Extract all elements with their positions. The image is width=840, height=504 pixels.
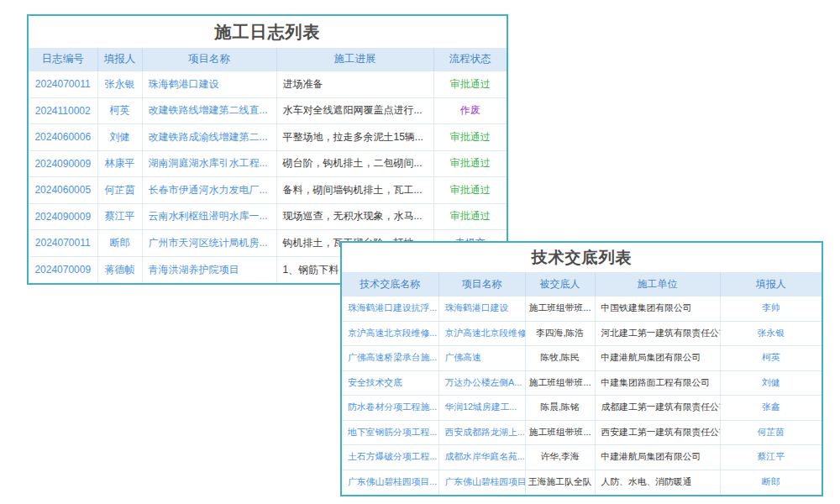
tech-disclosure-panel: 技术交底列表 技术交底名称 项目名称 被交底人 施工单位 填报人 珠海鹤港口建设…	[340, 241, 823, 496]
column-header-construction-unit: 施工单位	[595, 272, 720, 297]
project-name-link[interactable]: 改建铁路线增建第二线直...	[142, 97, 276, 124]
table-header-row: 日志编号 填报人 项目名称 施工进展 流程状态	[29, 48, 507, 71]
project-name-link[interactable]: 广佛高速	[438, 346, 525, 371]
table-row: 珠海鹤港口建设抗浮...珠海鹤港口建设施工班组带班...中国铁建集团有限公司李帅	[342, 297, 822, 322]
disclosure-name-link[interactable]: 珠海鹤港口建设抗浮...	[342, 297, 438, 322]
reporter-link[interactable]: 刘健	[97, 124, 142, 151]
reporter-link[interactable]: 李帅	[720, 297, 822, 322]
progress-text: 平整场地，拉走多余泥土15辆...	[276, 124, 433, 151]
progress-text: 进场准备	[276, 71, 433, 98]
panel-title: 技术交底列表	[342, 243, 822, 272]
reporter-link[interactable]: 柯英	[97, 97, 142, 124]
table-row: 2024060005何芷茵长春市伊通河水力发电厂...备料，砌间墙钩机排土，瓦工…	[29, 177, 507, 204]
disclosure-name-link[interactable]: 广东佛山碧桂园项目...	[342, 470, 438, 495]
table-row: 土石方爆破分项工程...成都水岸华庭名苑...许华,李海中建港航局集团有限公司蔡…	[342, 445, 822, 470]
log-id-link[interactable]: 2024060005	[29, 177, 97, 204]
project-name-link[interactable]: 青海洪湖养护院项目	[142, 256, 276, 283]
briefed-person-text: 施工班组带班...	[525, 370, 595, 396]
table-header-row: 技术交底名称 项目名称 被交底人 施工单位 填报人	[342, 272, 822, 297]
project-name-link[interactable]: 广州市天河区统计局机房...	[142, 230, 276, 257]
disclosure-name-link[interactable]: 安全技术交底	[342, 370, 438, 396]
project-name-link[interactable]: 珠海鹤港口建设	[142, 71, 276, 98]
reporter-link[interactable]: 张永银	[720, 321, 822, 346]
table-row: 京沪高速北京段维修...京沪高速北京段维修李四海,陈浩河北建工第一建筑有限责任公…	[342, 321, 822, 346]
project-name-link[interactable]: 湖南洞庭湖水库引水工程...	[142, 150, 276, 177]
column-header-briefed-person: 被交底人	[525, 272, 595, 297]
log-id-link[interactable]: 2024070009	[29, 256, 97, 283]
column-header-reporter: 填报人	[97, 48, 142, 71]
status-badge: 审批通过	[433, 203, 507, 230]
panel-title: 施工日志列表	[29, 16, 507, 48]
log-id-link[interactable]: 2024060006	[29, 124, 97, 151]
project-name-link[interactable]: 改建铁路成渝线增建第二...	[142, 124, 276, 151]
table-row: 2024110002柯英改建铁路线增建第二线直...水车对全线遮阳网覆盖点进行.…	[29, 97, 507, 124]
status-badge: 作废	[433, 97, 507, 124]
project-name-link[interactable]: 长春市伊通河水力发电厂...	[142, 177, 276, 204]
briefed-person-text: 陈牧,陈民	[525, 346, 595, 371]
status-badge: 审批通过	[433, 124, 507, 151]
log-id-link[interactable]: 2024090009	[29, 203, 97, 230]
reporter-link[interactable]: 柯英	[720, 346, 822, 371]
project-name-link[interactable]: 华润12城房建工...	[438, 396, 525, 421]
column-header-project-name: 项目名称	[438, 272, 525, 297]
column-header-status: 流程状态	[433, 48, 507, 71]
reporter-link[interactable]: 何芷茵	[97, 177, 142, 204]
reporter-link[interactable]: 林康平	[97, 150, 142, 177]
table-row: 地下室钢筋分项工程...西安成都路龙湖上...施工班组带班...西安建工第一建筑…	[342, 420, 822, 445]
briefed-person-text: 施工班组带班...	[525, 420, 595, 445]
column-header-progress: 施工进展	[276, 48, 433, 71]
project-name-link[interactable]: 京沪高速北京段维修	[438, 321, 525, 346]
project-name-link[interactable]: 广东佛山碧桂园项目	[438, 470, 525, 495]
log-id-link[interactable]: 2024070011	[29, 230, 97, 257]
reporter-link[interactable]: 断郎	[97, 230, 142, 257]
project-name-link[interactable]: 万达办公楼左侧A...	[438, 370, 525, 396]
construction-unit-text: 中建港航局集团有限公司	[595, 346, 720, 371]
briefed-person-text: 李四海,陈浩	[525, 321, 595, 346]
construction-unit-text: 河北建工第一建筑有限责任公司	[595, 321, 720, 346]
project-name-link[interactable]: 西安成都路龙湖上...	[438, 420, 525, 445]
table-row: 广佛高速桥梁承台施...广佛高速陈牧,陈民中建港航局集团有限公司柯英	[342, 346, 822, 371]
construction-unit-text: 西安建工第一建筑有限责任公司	[595, 420, 720, 445]
disclosure-name-link[interactable]: 防水卷材分项工程施...	[342, 396, 438, 421]
disclosure-name-link[interactable]: 广佛高速桥梁承台施...	[342, 346, 438, 371]
table-row: 2024060006刘健改建铁路成渝线增建第二...平整场地，拉走多余泥土15辆…	[29, 124, 507, 151]
briefed-person-text: 施工班组带班...	[525, 297, 595, 322]
project-name-link[interactable]: 珠海鹤港口建设	[438, 297, 525, 322]
disclosure-name-link[interactable]: 京沪高速北京段维修...	[342, 321, 438, 346]
column-header-disclosure-name: 技术交底名称	[342, 272, 438, 297]
disclosure-name-link[interactable]: 土石方爆破分项工程...	[342, 445, 438, 470]
project-name-link[interactable]: 云南水利枢纽潜明水库一...	[142, 203, 276, 230]
table-row: 2024070011张永银珠海鹤港口建设进场准备审批通过	[29, 71, 507, 98]
status-badge: 审批通过	[433, 177, 507, 204]
page-background: { "colors": { "panel_border": "#3fb1c4",…	[0, 0, 840, 504]
progress-text: 砌台阶，钩机排土，二包砌间...	[276, 150, 433, 177]
tech-disclosure-table: 技术交底名称 项目名称 被交底人 施工单位 填报人 珠海鹤港口建设抗浮...珠海…	[342, 272, 822, 495]
table-row: 2024090009蔡江平云南水利枢纽潜明水库一...现场巡查，无积水现象，水马…	[29, 203, 507, 230]
briefed-person-text: 陈晨,陈铭	[525, 396, 595, 421]
status-badge: 审批通过	[433, 71, 507, 98]
reporter-link[interactable]: 张永银	[97, 71, 142, 98]
log-id-link[interactable]: 2024090009	[29, 150, 97, 177]
reporter-link[interactable]: 何芷茵	[720, 420, 822, 445]
table-row: 防水卷材分项工程施...华润12城房建工...陈晨,陈铭成都建工第一建筑有限责任…	[342, 396, 822, 421]
construction-unit-text: 中国铁建集团有限公司	[595, 297, 720, 322]
reporter-link[interactable]: 断郎	[720, 470, 822, 495]
progress-text: 备料，砌间墙钩机排土，瓦工...	[276, 177, 433, 204]
project-name-link[interactable]: 成都水岸华庭名苑...	[438, 445, 525, 470]
progress-text: 水车对全线遮阳网覆盖点进行...	[276, 97, 433, 124]
log-id-link[interactable]: 2024070011	[29, 71, 97, 98]
reporter-link[interactable]: 蔡江平	[97, 203, 142, 230]
briefed-person-text: 王海施工队全队	[525, 470, 595, 495]
log-id-link[interactable]: 2024110002	[29, 97, 97, 124]
construction-unit-text: 中建港航局集团有限公司	[595, 445, 720, 470]
status-badge: 审批通过	[433, 150, 507, 177]
reporter-link[interactable]: 蔡江平	[720, 445, 822, 470]
column-header-reporter: 填报人	[720, 272, 822, 297]
reporter-link[interactable]: 蒋德帧	[97, 256, 142, 283]
reporter-link[interactable]: 张鑫	[720, 396, 822, 421]
disclosure-name-link[interactable]: 地下室钢筋分项工程...	[342, 420, 438, 445]
construction-unit-text: 中建集团路面工程有限公司	[595, 370, 720, 396]
reporter-link[interactable]: 刘健	[720, 370, 822, 396]
progress-text: 现场巡查，无积水现象，水马...	[276, 203, 433, 230]
table-row: 广东佛山碧桂园项目...广东佛山碧桂园项目王海施工队全队人防、水电、消防暖通断郎	[342, 470, 822, 495]
